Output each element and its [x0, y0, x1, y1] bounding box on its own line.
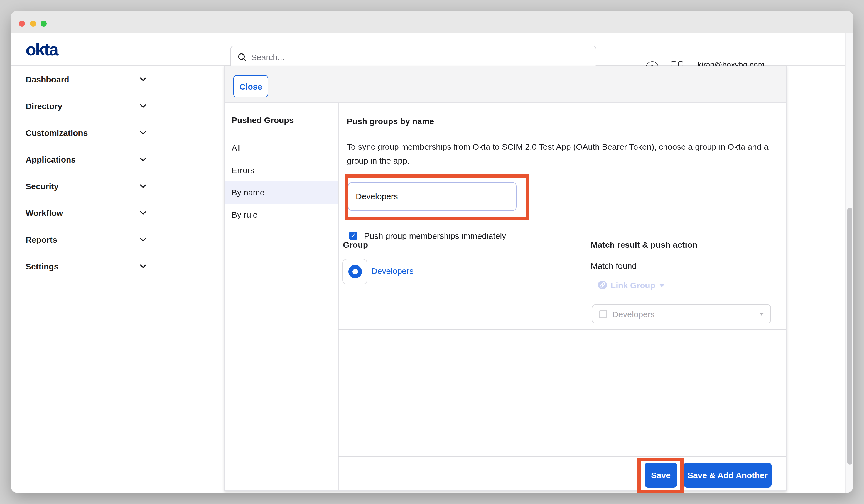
- group-ring-icon: [348, 265, 362, 278]
- footer-divider: [338, 456, 786, 457]
- sidebar-nav: Dashboard Directory Customizations Appli…: [11, 66, 158, 493]
- match-status: Match found: [591, 261, 637, 270]
- sidebar-item-workflow[interactable]: Workflow: [11, 199, 158, 226]
- subnav-item-all[interactable]: All: [225, 137, 338, 159]
- chevron-down-icon: [140, 264, 146, 268]
- subnav-item-errors[interactable]: Errors: [225, 159, 338, 181]
- app-group-selected-value: Developers: [612, 309, 759, 319]
- group-avatar: [343, 259, 368, 285]
- chevron-down-icon: [140, 237, 146, 241]
- chevron-down-icon: [140, 157, 146, 161]
- column-header-match-result: Match result & push action: [591, 240, 697, 249]
- app-group-select[interactable]: Developers: [592, 304, 771, 323]
- chevron-down-icon: [140, 184, 146, 188]
- search-icon: [238, 52, 247, 61]
- group-name-input[interactable]: Developers: [348, 182, 517, 211]
- macos-titlebar: [11, 11, 853, 33]
- zoom-window-button[interactable]: [41, 21, 47, 27]
- table-row-divider: [338, 329, 786, 329]
- subnav-title: Pushed Groups: [231, 115, 294, 124]
- close-window-button[interactable]: [19, 21, 25, 27]
- annotation-save-highlight: [637, 458, 684, 493]
- sidebar-item-settings[interactable]: Settings: [11, 253, 158, 279]
- sidebar-item-dashboard[interactable]: Dashboard: [11, 66, 158, 92]
- scrollbar-thumb[interactable]: [847, 208, 852, 465]
- subnav-item-by-name[interactable]: By name: [225, 181, 338, 203]
- check-icon: ✓: [351, 232, 356, 239]
- subnav-item-by-rule[interactable]: By rule: [225, 203, 338, 226]
- global-search[interactable]: [230, 46, 596, 69]
- sidebar-item-directory[interactable]: Directory: [11, 92, 158, 119]
- chevron-down-icon: [140, 104, 146, 108]
- sidebar-item-security[interactable]: Security: [11, 172, 158, 199]
- push-immediately-row: ✓ Push group memberships immediately: [349, 231, 506, 240]
- push-groups-panel: Close Pushed Groups All Errors By name B…: [224, 65, 787, 491]
- sidebar-item-reports[interactable]: Reports: [11, 226, 158, 253]
- sidebar-item-applications[interactable]: Applications: [11, 146, 158, 172]
- panel-header: Close: [225, 66, 786, 103]
- sidebar-divider: [158, 65, 158, 493]
- okta-logo: okta: [26, 41, 58, 58]
- chevron-down-icon: [140, 211, 146, 215]
- group-name-link[interactable]: Developers: [371, 266, 413, 275]
- link-icon: [598, 280, 607, 289]
- content-heading: Push groups by name: [347, 116, 434, 125]
- subnav-divider: [338, 103, 339, 490]
- close-button[interactable]: Close: [233, 75, 268, 97]
- save-add-another-button[interactable]: Save & Add Another: [684, 463, 771, 488]
- app-group-placeholder-icon: [599, 310, 607, 318]
- content-description: To sync group memberships from Okta to S…: [347, 140, 784, 167]
- chevron-down-icon: [140, 77, 146, 81]
- browser-window: okta ? kiran@boxyhq.com okta-dev-2090126…: [11, 11, 853, 493]
- scrollbar-track[interactable]: [845, 33, 853, 493]
- chevron-down-icon: [140, 131, 146, 134]
- push-immediately-checkbox[interactable]: ✓: [349, 231, 357, 240]
- link-group-label: Link Group: [611, 280, 655, 290]
- app-header: okta ? kiran@boxyhq.com okta-dev-2090126…: [11, 33, 853, 65]
- group-name-value: Developers: [356, 191, 398, 201]
- text-caret: [399, 191, 399, 202]
- sidebar-item-customizations[interactable]: Customizations: [11, 119, 158, 146]
- column-header-group: Group: [343, 240, 368, 249]
- push-immediately-label: Push group memberships immediately: [364, 231, 506, 240]
- link-group-button[interactable]: Link Group: [598, 280, 665, 290]
- table-header-divider: [338, 255, 786, 255]
- select-caret-icon: [759, 313, 764, 315]
- screen: okta ? kiran@boxyhq.com okta-dev-2090126…: [0, 0, 864, 504]
- link-group-caret-icon: [659, 284, 665, 287]
- minimize-window-button[interactable]: [30, 21, 36, 27]
- search-input[interactable]: [251, 52, 589, 62]
